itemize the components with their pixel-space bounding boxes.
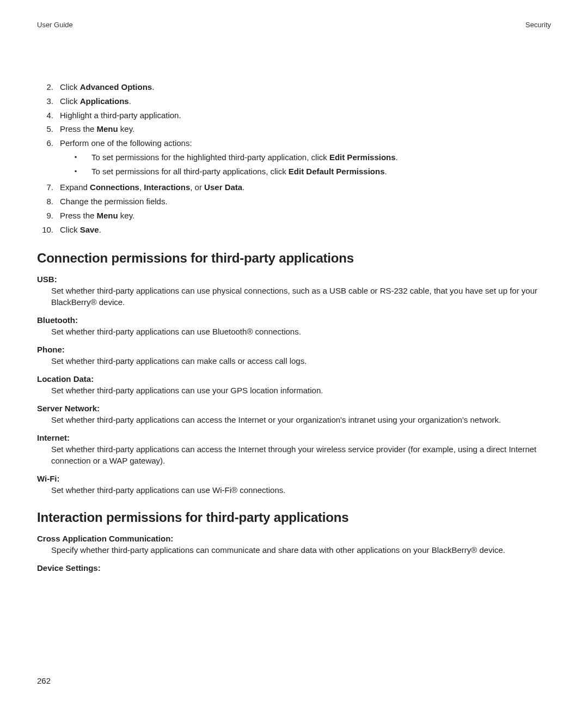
step-number: 3. [37,95,53,107]
step-text: Click Applications. [60,95,131,107]
bullet-icon: • [60,166,91,177]
definition-desc: Set whether third-party applications can… [51,484,551,496]
section-heading-interaction: Interaction permissions for third-party … [37,510,551,525]
definition-term: Device Settings: [37,563,551,573]
step-item: 9. Press the Menu key. [37,210,551,222]
definition-desc: Set whether third-party applications can… [51,326,551,337]
definition-cross-app: Cross Application Communication: Specify… [37,534,551,556]
definition-term: Phone: [37,345,551,354]
step-text: Click Save. [60,224,101,236]
step-item: 6. Perform one of the following actions:… [37,137,551,179]
sub-steps: • To set permissions for the highlighted… [60,151,398,178]
sub-step-text: To set permissions for the highlighted t… [91,151,398,163]
sub-step-text: To set permissions for all third-party a… [91,166,387,178]
step-number: 8. [37,196,53,208]
bullet-icon: • [60,151,91,163]
step-number: 6. [37,137,53,149]
step-number: 7. [37,181,53,193]
definition-wifi: Wi-Fi: Set whether third-party applicati… [37,474,551,496]
sub-step-item: • To set permissions for the highlighted… [60,151,398,163]
header-left: User Guide [37,21,73,29]
definition-internet: Internet: Set whether third-party applic… [37,433,551,466]
step-item: 7. Expand Connections, Interactions, or … [37,181,551,193]
definition-term: Internet: [37,433,551,442]
definition-desc: Specify whether third-party applications… [51,544,551,556]
definition-bluetooth: Bluetooth: Set whether third-party appli… [37,315,551,337]
header-right: Security [525,21,551,29]
step-text: Change the permission fields. [60,196,168,208]
definition-desc: Set whether third-party applications can… [51,385,551,396]
step-number: 4. [37,109,53,121]
step-item: 5. Press the Menu key. [37,123,551,135]
definition-desc: Set whether third-party applications can… [51,285,551,308]
definition-desc: Set whether third-party applications can… [51,355,551,367]
step-number: 9. [37,210,53,222]
step-text: Highlight a third-party application. [60,109,181,121]
definition-phone: Phone: Set whether third-party applicati… [37,345,551,367]
procedure-steps: 2. Click Advanced Options. 3. Click Appl… [37,81,551,235]
step-text: Click Advanced Options. [60,81,154,93]
definition-term: USB: [37,275,551,284]
step-text: Perform one of the following actions: [60,138,192,148]
definition-usb: USB: Set whether third-party application… [37,275,551,308]
step-body: Perform one of the following actions: • … [60,137,398,179]
definition-desc: Set whether third-party applications can… [51,414,551,425]
step-item: 4. Highlight a third-party application. [37,109,551,121]
document-page: User Guide Security 2. Click Advanced Op… [0,0,588,706]
definition-location: Location Data: Set whether third-party a… [37,374,551,396]
definition-device-settings: Device Settings: [37,563,551,573]
step-text: Press the Menu key. [60,123,134,135]
step-item: 3. Click Applications. [37,95,551,107]
step-number: 10. [37,224,53,236]
definition-term: Wi-Fi: [37,474,551,483]
definition-desc: Set whether third-party applications can… [51,443,551,466]
definition-term: Location Data: [37,374,551,384]
definition-term: Bluetooth: [37,315,551,325]
section-heading-connection: Connection permissions for third-party a… [37,251,551,266]
step-text: Press the Menu key. [60,210,134,222]
step-item: 2. Click Advanced Options. [37,81,551,93]
step-text: Expand Connections, Interactions, or Use… [60,181,244,193]
step-item: 8. Change the permission fields. [37,196,551,208]
page-number: 262 [37,676,51,685]
step-item: 10. Click Save. [37,224,551,236]
sub-step-item: • To set permissions for all third-party… [60,166,398,178]
definition-term: Cross Application Communication: [37,534,551,543]
definition-term: Server Network: [37,404,551,413]
running-header: User Guide Security [37,21,551,29]
step-number: 5. [37,123,53,135]
definition-server-network: Server Network: Set whether third-party … [37,404,551,425]
step-number: 2. [37,81,53,93]
